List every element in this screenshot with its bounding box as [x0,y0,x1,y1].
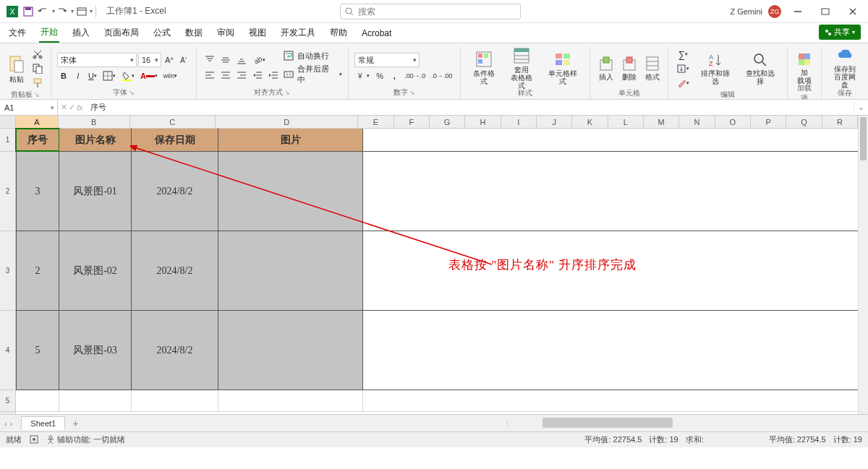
tab-file[interactable]: 文件 [7,24,27,42]
align-center-icon[interactable] [218,69,233,82]
undo-icon[interactable] [38,5,51,18]
col-header-D[interactable]: D [216,116,358,128]
underline-button[interactable]: U▾ [86,69,99,82]
col-header-O[interactable]: O [715,116,751,128]
empty-cells[interactable] [363,390,858,411]
format-painter-icon[interactable] [30,77,45,90]
cell-B2[interactable]: 风景图-01 [59,152,132,231]
cell-A4[interactable]: 5 [16,311,59,390]
dialog-launcher-icon[interactable]: ↘ [129,89,135,96]
cell-A2[interactable]: 3 [16,152,59,231]
col-header-B[interactable]: B [59,116,130,128]
italic-button[interactable]: I [72,69,85,82]
sort-filter-button[interactable]: AZ 排序和筛选 [694,48,736,89]
col-header-J[interactable]: J [537,116,572,128]
tab-help[interactable]: 帮助 [328,24,349,42]
cell-A5[interactable] [16,390,59,411]
fill-color-button[interactable]: ▾ [119,69,137,82]
font-size-select[interactable]: 16 [138,53,161,67]
row-header-4[interactable]: 4 [0,311,15,390]
cell-D4[interactable] [218,311,363,390]
col-header-Q[interactable]: Q [786,116,822,128]
sheet-nav-prev-icon[interactable]: ‹ [4,419,7,428]
formula-input[interactable]: 序号 [86,102,854,113]
align-middle-icon[interactable] [218,53,233,66]
comma-button[interactable]: , [388,69,401,82]
row-header-5[interactable]: 5 [0,390,15,412]
col-header-M[interactable]: M [644,116,679,128]
scroll-thumb[interactable] [860,117,867,160]
col-header-K[interactable]: K [572,116,608,128]
dialog-launcher-icon[interactable]: ↘ [409,89,415,96]
qat-more-icon[interactable] [75,5,88,18]
increase-decimal-icon[interactable]: .00→.0 [402,69,427,82]
user-name[interactable]: Z Gemini [730,7,762,16]
undo-dropdown-icon[interactable]: ▾ [52,8,55,14]
orientation-icon[interactable]: ab▾ [250,53,268,66]
merge-button[interactable]: 合并后居中▾ [284,64,343,85]
empty-cells[interactable] [363,152,858,231]
redo-icon[interactable] [56,5,69,18]
format-cells-button[interactable]: 格式 [642,48,663,88]
col-header-C[interactable]: C [130,116,216,128]
cell-D3[interactable] [218,231,363,310]
accessibility-status[interactable]: 辅助功能: 一切就绪 [46,434,125,445]
font-family-select[interactable]: 宋体 [57,53,137,67]
align-top-icon[interactable] [203,53,217,66]
font-color-button[interactable]: A▾ [138,69,160,82]
col-header-A[interactable]: A [16,116,59,128]
table-format-button[interactable]: 套用 表格格式 [504,48,539,88]
row-header-2[interactable]: 2 [0,152,15,231]
clear-button[interactable]: ▾ [674,77,692,90]
col-header-P[interactable]: P [751,116,786,128]
vertical-scrollbar[interactable] [858,116,868,414]
col-header-G[interactable]: G [430,116,465,128]
select-all-corner[interactable] [0,116,16,128]
bold-button[interactable]: B [57,69,70,82]
col-header-H[interactable]: H [465,116,501,128]
number-format-select[interactable]: 常规 [354,53,420,67]
dialog-launcher-icon[interactable]: ↘ [284,89,290,96]
fill-button[interactable]: ▾ [674,62,692,75]
enter-formula-icon[interactable]: ✓ [69,103,75,112]
tab-dev[interactable]: 开发工具 [279,24,317,42]
wrap-text-button[interactable]: 自动换行 [284,51,343,61]
row-header-1[interactable]: 1 [0,129,15,152]
empty-cells[interactable] [363,311,858,390]
maximize-button[interactable] [814,1,836,22]
cell-D5[interactable] [218,390,363,411]
col-header-L[interactable]: L [608,116,644,128]
share-button[interactable]: 共享 ▾ [819,25,861,40]
tab-layout[interactable]: 页面布局 [103,24,140,42]
col-header-R[interactable]: R [822,116,858,128]
align-left-icon[interactable] [203,69,217,82]
horizontal-scrollbar[interactable] [542,418,861,428]
cancel-formula-icon[interactable]: ✕ [61,103,67,112]
insert-cells-button[interactable]: 插入 [596,48,616,88]
redo-dropdown-icon[interactable]: ▾ [71,8,74,14]
close-button[interactable] [842,1,864,22]
tab-scroll-split[interactable]: ⁞ [506,421,528,427]
cell-A1[interactable]: 序号 [16,129,59,151]
currency-button[interactable]: ¥▾ [354,69,372,82]
increase-font-icon[interactable]: A^ [163,53,176,66]
decrease-font-icon[interactable]: Aˇ [177,53,190,66]
empty-cells[interactable] [363,129,858,151]
expand-formula-icon[interactable]: ⌄ [854,103,868,112]
percent-button[interactable]: % [373,69,386,82]
cell-C4[interactable]: 2024/8/2 [132,311,218,390]
increase-indent-icon[interactable] [266,69,281,82]
col-header-E[interactable]: E [358,116,393,128]
align-bottom-icon[interactable] [234,53,249,66]
cell-C2[interactable]: 2024/8/2 [132,152,218,231]
cell-B1[interactable]: 图片名称 [59,129,132,151]
name-box[interactable]: A1 [0,100,58,115]
align-right-icon[interactable] [234,69,249,82]
cell-C3[interactable]: 2024/8/2 [132,231,218,310]
decrease-indent-icon[interactable] [250,69,265,82]
record-macro-icon[interactable] [29,434,39,446]
tab-formula[interactable]: 公式 [152,24,172,42]
cell-C5[interactable] [132,390,218,411]
copy-icon[interactable] [30,62,45,75]
save-icon[interactable] [22,5,35,18]
